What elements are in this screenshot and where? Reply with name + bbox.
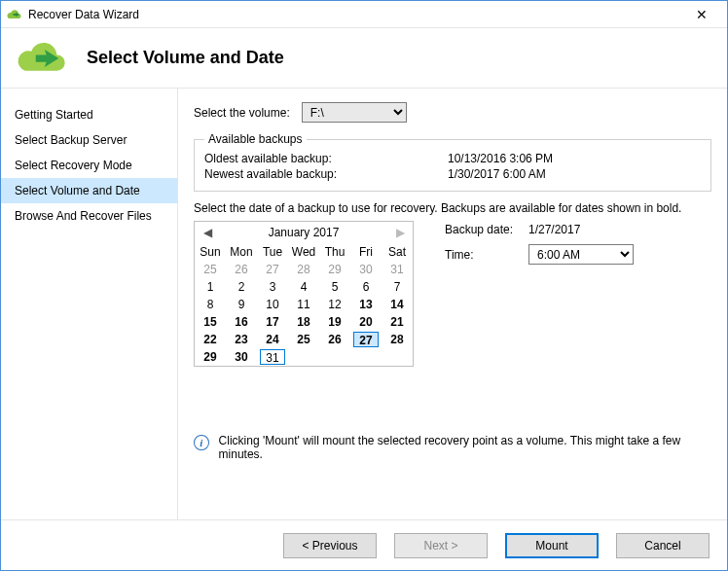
calendar-day[interactable]: 22 — [195, 331, 226, 348]
backup-date-value: 1/27/2017 — [528, 223, 580, 236]
calendar-day[interactable]: 15 — [195, 313, 226, 331]
calendar-day[interactable]: 6 — [350, 278, 382, 296]
wizard-footer: < Previous Next > Mount Cancel — [1, 519, 727, 570]
volume-select[interactable]: F:\ — [302, 102, 407, 123]
calendar-dow: Fri — [350, 243, 382, 261]
calendar-dow: Mon — [226, 243, 257, 261]
page-title: Select Volume and Date — [87, 48, 284, 68]
calendar-day[interactable]: 21 — [382, 313, 413, 331]
titlebar: Recover Data Wizard ✕ — [1, 1, 727, 28]
sidebar-item-select-recovery-mode[interactable]: Select Recovery Mode — [1, 153, 177, 178]
calendar-day[interactable]: 16 — [226, 313, 257, 331]
next-button: Next > — [394, 533, 488, 558]
volume-label: Select the volume: — [194, 106, 290, 120]
calendar-day[interactable]: 2 — [226, 278, 257, 296]
sidebar-item-browse-and-recover-files[interactable]: Browse And Recover Files — [1, 203, 177, 229]
calendar-day — [288, 348, 319, 366]
content-area: Getting Started Select Backup Server Sel… — [1, 89, 727, 519]
app-cloud-icon — [7, 7, 22, 22]
sidebar-item-getting-started[interactable]: Getting Started — [1, 102, 177, 127]
header-cloud-icon — [15, 39, 71, 78]
backup-date-label: Backup date: — [445, 223, 528, 236]
calendar-day[interactable]: 26 — [226, 261, 257, 278]
main-panel: Select the volume: F:\ Available backups… — [178, 89, 727, 519]
calendar-day[interactable]: 4 — [288, 278, 319, 296]
calendar-day[interactable]: 20 — [350, 313, 382, 331]
calendar-day[interactable]: 14 — [382, 296, 413, 313]
calendar-day[interactable]: 10 — [257, 296, 288, 313]
cancel-button[interactable]: Cancel — [616, 533, 710, 558]
time-select[interactable]: 6:00 AM — [528, 244, 634, 265]
wizard-sidebar: Getting Started Select Backup Server Sel… — [1, 89, 178, 519]
info-icon: i — [194, 435, 209, 450]
calendar-dow: Sat — [382, 243, 413, 261]
sidebar-item-select-volume-and-date[interactable]: Select Volume and Date — [1, 178, 177, 203]
calendar-day[interactable]: 9 — [226, 296, 257, 313]
calendar[interactable]: ◀ January 2017 ▶ SunMonTueWedThuFriSat 2… — [194, 221, 414, 367]
close-icon: ✕ — [696, 7, 708, 22]
calendar-day[interactable]: 7 — [382, 278, 413, 296]
sidebar-item-select-backup-server[interactable]: Select Backup Server — [1, 127, 177, 153]
wizard-header: Select Volume and Date — [1, 28, 727, 89]
oldest-backup-label: Oldest available backup: — [204, 152, 448, 165]
calendar-dow: Sun — [195, 243, 226, 261]
calendar-day[interactable]: 25 — [195, 261, 226, 278]
calendar-day[interactable]: 19 — [319, 313, 350, 331]
calendar-day[interactable]: 12 — [319, 296, 350, 313]
instruction-text: Select the date of a backup to use for r… — [194, 201, 711, 215]
info-text: Clicking 'Mount' will mount the selected… — [219, 434, 711, 461]
calendar-day[interactable]: 17 — [257, 313, 288, 331]
calendar-day[interactable]: 11 — [288, 296, 319, 313]
calendar-day[interactable]: 30 — [350, 261, 382, 278]
calendar-day — [382, 348, 413, 366]
calendar-day — [319, 348, 350, 366]
wizard-window: Recover Data Wizard ✕ Select Volume and … — [0, 0, 728, 571]
calendar-day[interactable]: 3 — [257, 278, 288, 296]
newest-backup-value: 1/30/2017 6:00 AM — [448, 167, 546, 181]
calendar-dow: Thu — [319, 243, 350, 261]
info-box: i Clicking 'Mount' will mount the select… — [194, 434, 711, 461]
available-backups-group: Available backups Oldest available backu… — [194, 132, 711, 192]
calendar-grid: SunMonTueWedThuFriSat 252627282930311234… — [195, 243, 413, 366]
available-backups-legend: Available backups — [204, 132, 307, 146]
calendar-day[interactable]: 27 — [350, 331, 382, 348]
mount-button[interactable]: Mount — [505, 533, 599, 558]
calendar-day[interactable]: 13 — [350, 296, 382, 313]
calendar-prev-icon[interactable]: ◀ — [200, 226, 214, 239]
time-label: Time: — [445, 248, 528, 262]
calendar-day[interactable]: 18 — [288, 313, 319, 331]
calendar-day[interactable]: 29 — [319, 261, 350, 278]
calendar-day[interactable]: 1 — [195, 278, 226, 296]
calendar-month-label: January 2017 — [269, 226, 340, 239]
calendar-day[interactable]: 28 — [288, 261, 319, 278]
calendar-day[interactable]: 8 — [195, 296, 226, 313]
calendar-day[interactable]: 25 — [288, 331, 319, 348]
calendar-dow: Wed — [288, 243, 319, 261]
calendar-day[interactable]: 27 — [257, 261, 288, 278]
calendar-day[interactable]: 29 — [195, 348, 226, 366]
calendar-next-icon[interactable]: ▶ — [393, 226, 407, 239]
calendar-day[interactable]: 26 — [319, 331, 350, 348]
previous-button[interactable]: < Previous — [283, 533, 377, 558]
newest-backup-label: Newest available backup: — [204, 167, 448, 181]
oldest-backup-value: 10/13/2016 3:06 PM — [448, 152, 553, 165]
calendar-day[interactable]: 31 — [257, 348, 288, 366]
window-title: Recover Data Wizard — [28, 8, 679, 21]
calendar-dow: Tue — [257, 243, 288, 261]
close-button[interactable]: ✕ — [679, 2, 723, 27]
calendar-day[interactable]: 31 — [382, 261, 413, 278]
calendar-day[interactable]: 30 — [226, 348, 257, 366]
calendar-day — [350, 348, 382, 366]
calendar-day[interactable]: 23 — [226, 331, 257, 348]
calendar-day[interactable]: 24 — [257, 331, 288, 348]
calendar-day[interactable]: 28 — [382, 331, 413, 348]
calendar-day[interactable]: 5 — [319, 278, 350, 296]
